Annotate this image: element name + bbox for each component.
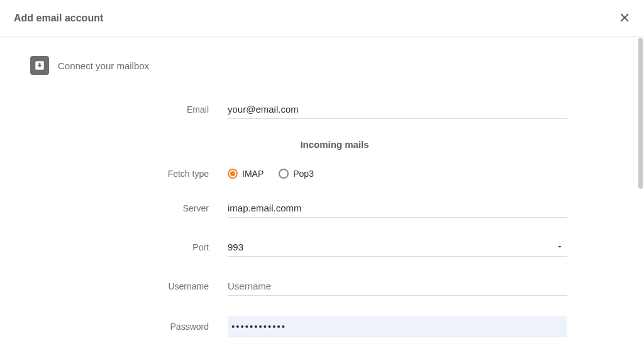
port-select[interactable] (228, 238, 567, 257)
radio-pop3-label: Pop3 (293, 169, 314, 179)
email-input[interactable] (228, 100, 567, 119)
dialog-title: Add email account (14, 13, 103, 24)
password-row: Password (102, 316, 567, 337)
dialog-header: Add email account ✕ (0, 0, 644, 37)
port-row: Port (102, 238, 567, 257)
fetch-type-label: Fetch type (102, 169, 228, 179)
scrollbar[interactable] (638, 38, 643, 189)
section-heading-text: Connect your mailbox (58, 60, 149, 71)
close-icon: ✕ (619, 10, 630, 26)
server-input[interactable] (228, 199, 567, 218)
radio-dot-icon (230, 171, 235, 176)
port-label: Port (102, 242, 228, 252)
incoming-section-title: Incoming mails (102, 139, 567, 150)
server-label: Server (102, 203, 228, 213)
username-label: Username (102, 281, 228, 291)
fetch-type-row: Fetch type IMAP Pop3 (102, 169, 567, 179)
inbox-download-icon (30, 56, 49, 75)
password-input[interactable] (228, 316, 567, 337)
username-input[interactable] (228, 277, 567, 296)
form-area: Email Incoming mails Fetch type IMAP (77, 100, 567, 348)
email-row: Email (102, 100, 567, 119)
dialog-content: Connect your mailbox Email Incoming mail… (0, 37, 644, 348)
password-label: Password (102, 322, 228, 332)
radio-imap-label: IMAP (242, 169, 264, 179)
radio-circle-icon (279, 169, 289, 179)
username-row: Username (102, 277, 567, 296)
server-row: Server (102, 199, 567, 218)
radio-imap[interactable]: IMAP (228, 169, 264, 179)
fetch-type-radio-group: IMAP Pop3 (228, 169, 567, 179)
radio-pop3[interactable]: Pop3 (279, 169, 314, 179)
radio-circle-icon (228, 169, 238, 179)
section-heading: Connect your mailbox (30, 56, 644, 75)
email-label: Email (102, 104, 228, 115)
close-button[interactable]: ✕ (619, 11, 630, 25)
